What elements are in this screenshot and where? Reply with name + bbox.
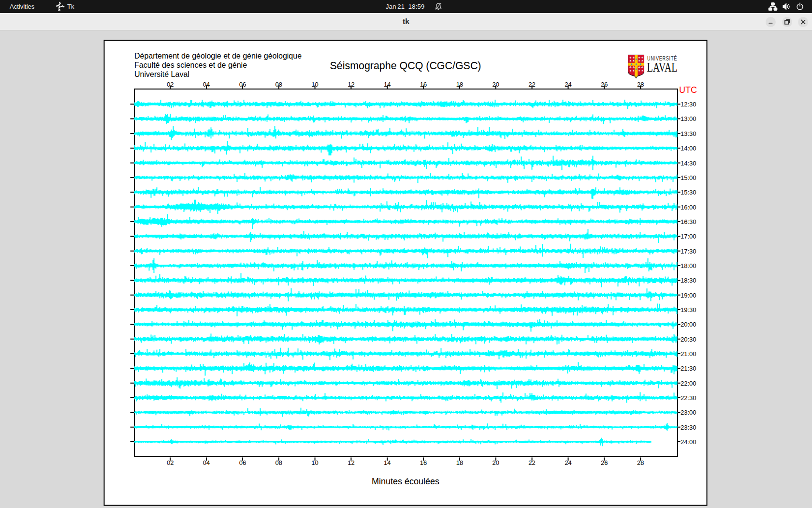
svg-text:14:30: 14:30	[681, 160, 696, 167]
svg-text:13:30: 13:30	[681, 130, 696, 137]
svg-text:Département de géologie et de: Département de géologie et de génie géol…	[134, 52, 302, 60]
svg-text:16:00: 16:00	[681, 204, 696, 211]
svg-text:20:30: 20:30	[681, 336, 696, 343]
svg-text:14:00: 14:00	[681, 145, 696, 152]
svg-text:22:00: 22:00	[681, 380, 696, 387]
svg-text:18: 18	[456, 459, 463, 466]
svg-text:02: 02	[167, 81, 174, 88]
svg-text:20: 20	[493, 81, 499, 88]
svg-text:18: 18	[456, 81, 463, 88]
svg-text:22:30: 22:30	[681, 394, 696, 402]
svg-text:17:30: 17:30	[681, 248, 696, 255]
svg-text:10: 10	[311, 81, 318, 88]
svg-text:24: 24	[565, 459, 571, 466]
svg-text:10: 10	[311, 459, 318, 466]
svg-text:LAVAL: LAVAL	[647, 60, 678, 75]
svg-text:14: 14	[384, 81, 391, 88]
svg-text:26: 26	[601, 459, 608, 466]
svg-text:Minutes écoulées: Minutes écoulées	[372, 477, 439, 486]
svg-text:22: 22	[528, 459, 535, 466]
svg-text:18:30: 18:30	[681, 277, 696, 284]
svg-text:12:30: 12:30	[681, 101, 696, 108]
svg-text:06: 06	[239, 81, 246, 88]
svg-text:15:00: 15:00	[681, 174, 696, 181]
svg-text:24: 24	[565, 81, 571, 88]
svg-text:12: 12	[348, 81, 354, 88]
svg-text:21:30: 21:30	[681, 365, 696, 372]
svg-text:28: 28	[637, 459, 644, 466]
svg-text:21:00: 21:00	[681, 350, 696, 358]
svg-text:Université Laval: Université Laval	[134, 70, 189, 78]
svg-text:24:00: 24:00	[681, 438, 696, 446]
svg-text:19:30: 19:30	[681, 306, 696, 314]
svg-text:04: 04	[203, 459, 210, 466]
svg-text:06: 06	[239, 459, 246, 466]
svg-text:08: 08	[276, 81, 282, 88]
svg-text:16:30: 16:30	[681, 218, 696, 225]
svg-text:12: 12	[348, 459, 354, 466]
svg-text:23:30: 23:30	[681, 424, 696, 431]
svg-text:26: 26	[601, 81, 608, 88]
svg-text:19:00: 19:00	[681, 292, 696, 299]
svg-text:08: 08	[276, 459, 282, 466]
svg-text:16: 16	[420, 81, 427, 88]
svg-text:17:00: 17:00	[681, 233, 696, 240]
svg-text:14: 14	[384, 459, 391, 466]
svg-text:04: 04	[203, 81, 210, 88]
svg-text:23:00: 23:00	[681, 409, 696, 416]
svg-text:15:30: 15:30	[681, 189, 696, 196]
svg-text:20: 20	[493, 459, 499, 466]
svg-text:22: 22	[528, 81, 535, 88]
svg-text:Séismographe QCQ (CGC/GSC): Séismographe QCQ (CGC/GSC)	[330, 60, 481, 72]
svg-text:UTC: UTC	[679, 85, 697, 95]
svg-text:Faculté des sciences et de gén: Faculté des sciences et de génie	[134, 61, 247, 69]
svg-text:16: 16	[420, 459, 427, 466]
svg-text:18:00: 18:00	[681, 262, 696, 269]
svg-text:28: 28	[637, 81, 644, 88]
svg-text:02: 02	[167, 459, 174, 466]
svg-text:20:00: 20:00	[681, 321, 696, 328]
svg-text:13:00: 13:00	[681, 115, 696, 122]
